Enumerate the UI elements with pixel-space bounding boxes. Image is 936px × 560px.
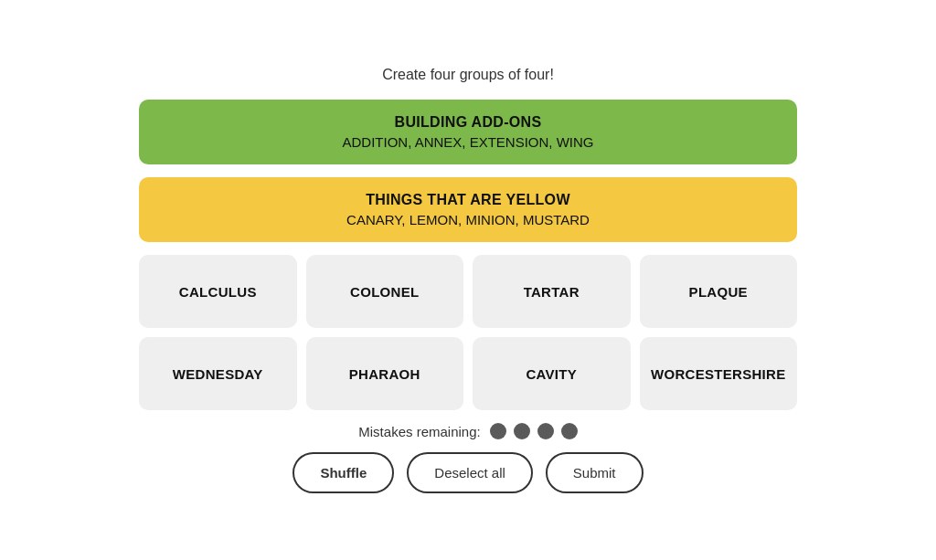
deselect-button[interactable]: Deselect all xyxy=(407,452,533,493)
solved-group-green-title: BUILDING ADD-ONS xyxy=(157,114,779,131)
subtitle: Create four groups of four! xyxy=(382,67,554,83)
tile-calculus[interactable]: CALCULUS xyxy=(139,255,297,328)
game-container: Create four groups of four! BUILDING ADD… xyxy=(139,67,797,493)
buttons-row: Shuffle Deselect all Submit xyxy=(292,452,643,493)
solved-group-yellow: THINGS THAT ARE YELLOW CANARY, LEMON, MI… xyxy=(139,177,797,242)
solved-group-green-items: ADDITION, ANNEX, EXTENSION, WING xyxy=(157,134,779,150)
shuffle-button[interactable]: Shuffle xyxy=(292,452,394,493)
solved-group-yellow-title: THINGS THAT ARE YELLOW xyxy=(157,192,779,208)
tile-wednesday[interactable]: WEDNESDAY xyxy=(139,337,297,410)
tiles-grid: CALCULUS COLONEL TARTAR PLAQUE WEDNESDAY… xyxy=(139,255,797,410)
tile-worcestershire[interactable]: WORCESTERSHIRE xyxy=(640,337,798,410)
mistake-dot-1 xyxy=(490,423,506,439)
tile-tartar[interactable]: TARTAR xyxy=(473,255,631,328)
solved-group-yellow-items: CANARY, LEMON, MINION, MUSTARD xyxy=(157,212,779,227)
mistake-dot-4 xyxy=(561,423,578,439)
mistakes-label: Mistakes remaining: xyxy=(358,424,480,439)
mistakes-dots xyxy=(490,423,578,439)
solved-group-green: BUILDING ADD-ONS ADDITION, ANNEX, EXTENS… xyxy=(139,100,797,164)
tile-plaque[interactable]: PLAQUE xyxy=(640,255,798,328)
mistake-dot-3 xyxy=(537,423,554,439)
mistake-dot-2 xyxy=(514,423,530,439)
mistakes-row: Mistakes remaining: xyxy=(358,423,577,439)
tile-pharaoh[interactable]: PHARAOH xyxy=(306,337,464,410)
submit-button[interactable]: Submit xyxy=(546,452,644,493)
tile-cavity[interactable]: CAVITY xyxy=(473,337,631,410)
tile-colonel[interactable]: COLONEL xyxy=(306,255,464,328)
